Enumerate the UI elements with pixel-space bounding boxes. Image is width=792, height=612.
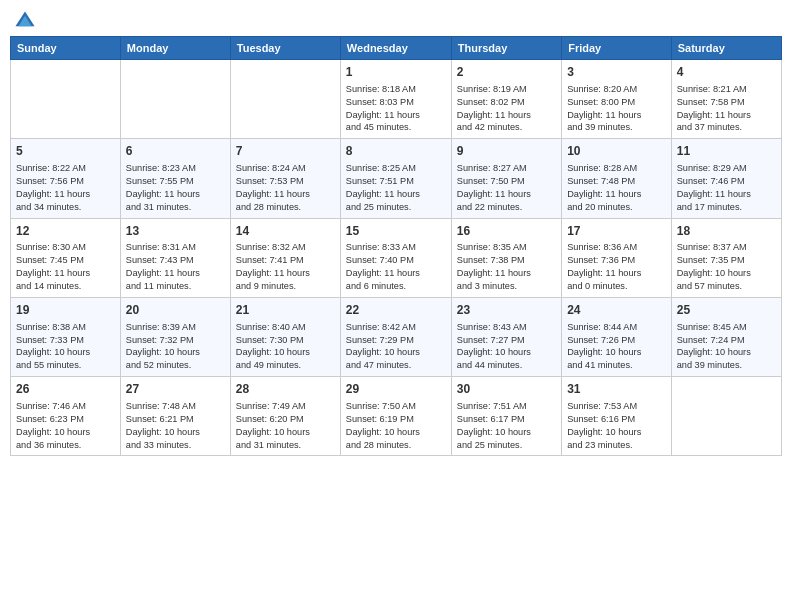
day-number: 16 [457,223,556,240]
calendar-cell: 27Sunrise: 7:48 AM Sunset: 6:21 PM Dayli… [120,377,230,456]
day-number: 15 [346,223,446,240]
calendar-week-4: 19Sunrise: 8:38 AM Sunset: 7:33 PM Dayli… [11,297,782,376]
day-number: 13 [126,223,225,240]
day-info: Sunrise: 8:21 AM Sunset: 7:58 PM Dayligh… [677,83,776,135]
day-info: Sunrise: 8:22 AM Sunset: 7:56 PM Dayligh… [16,162,115,214]
day-number: 1 [346,64,446,81]
day-info: Sunrise: 8:29 AM Sunset: 7:46 PM Dayligh… [677,162,776,214]
column-header-wednesday: Wednesday [340,37,451,60]
day-info: Sunrise: 7:51 AM Sunset: 6:17 PM Dayligh… [457,400,556,452]
column-header-tuesday: Tuesday [230,37,340,60]
column-header-monday: Monday [120,37,230,60]
calendar-cell: 22Sunrise: 8:42 AM Sunset: 7:29 PM Dayli… [340,297,451,376]
calendar-cell: 8Sunrise: 8:25 AM Sunset: 7:51 PM Daylig… [340,139,451,218]
calendar-week-3: 12Sunrise: 8:30 AM Sunset: 7:45 PM Dayli… [11,218,782,297]
calendar-cell: 29Sunrise: 7:50 AM Sunset: 6:19 PM Dayli… [340,377,451,456]
day-number: 19 [16,302,115,319]
day-info: Sunrise: 8:25 AM Sunset: 7:51 PM Dayligh… [346,162,446,214]
day-info: Sunrise: 8:42 AM Sunset: 7:29 PM Dayligh… [346,321,446,373]
day-number: 21 [236,302,335,319]
calendar-cell: 13Sunrise: 8:31 AM Sunset: 7:43 PM Dayli… [120,218,230,297]
calendar-cell [230,60,340,139]
day-number: 17 [567,223,666,240]
day-number: 18 [677,223,776,240]
day-info: Sunrise: 8:35 AM Sunset: 7:38 PM Dayligh… [457,241,556,293]
calendar-cell: 30Sunrise: 7:51 AM Sunset: 6:17 PM Dayli… [451,377,561,456]
calendar-cell: 3Sunrise: 8:20 AM Sunset: 8:00 PM Daylig… [562,60,672,139]
calendar-cell: 25Sunrise: 8:45 AM Sunset: 7:24 PM Dayli… [671,297,781,376]
day-info: Sunrise: 8:33 AM Sunset: 7:40 PM Dayligh… [346,241,446,293]
day-info: Sunrise: 7:48 AM Sunset: 6:21 PM Dayligh… [126,400,225,452]
calendar-cell: 20Sunrise: 8:39 AM Sunset: 7:32 PM Dayli… [120,297,230,376]
day-number: 28 [236,381,335,398]
day-info: Sunrise: 7:49 AM Sunset: 6:20 PM Dayligh… [236,400,335,452]
day-info: Sunrise: 8:18 AM Sunset: 8:03 PM Dayligh… [346,83,446,135]
column-header-sunday: Sunday [11,37,121,60]
day-number: 11 [677,143,776,160]
day-number: 8 [346,143,446,160]
day-number: 3 [567,64,666,81]
calendar-week-2: 5Sunrise: 8:22 AM Sunset: 7:56 PM Daylig… [11,139,782,218]
day-info: Sunrise: 8:37 AM Sunset: 7:35 PM Dayligh… [677,241,776,293]
day-number: 27 [126,381,225,398]
calendar-cell: 16Sunrise: 8:35 AM Sunset: 7:38 PM Dayli… [451,218,561,297]
day-info: Sunrise: 8:30 AM Sunset: 7:45 PM Dayligh… [16,241,115,293]
calendar-cell: 18Sunrise: 8:37 AM Sunset: 7:35 PM Dayli… [671,218,781,297]
day-info: Sunrise: 7:50 AM Sunset: 6:19 PM Dayligh… [346,400,446,452]
logo-icon [14,10,36,32]
column-header-thursday: Thursday [451,37,561,60]
calendar-cell [11,60,121,139]
day-info: Sunrise: 8:43 AM Sunset: 7:27 PM Dayligh… [457,321,556,373]
day-number: 31 [567,381,666,398]
logo [14,10,38,32]
calendar-table: SundayMondayTuesdayWednesdayThursdayFrid… [10,36,782,456]
calendar-cell: 10Sunrise: 8:28 AM Sunset: 7:48 PM Dayli… [562,139,672,218]
calendar-cell: 7Sunrise: 8:24 AM Sunset: 7:53 PM Daylig… [230,139,340,218]
calendar-cell: 1Sunrise: 8:18 AM Sunset: 8:03 PM Daylig… [340,60,451,139]
day-number: 25 [677,302,776,319]
calendar-header-row: SundayMondayTuesdayWednesdayThursdayFrid… [11,37,782,60]
day-info: Sunrise: 8:20 AM Sunset: 8:00 PM Dayligh… [567,83,666,135]
calendar-cell [671,377,781,456]
column-header-friday: Friday [562,37,672,60]
calendar-cell: 4Sunrise: 8:21 AM Sunset: 7:58 PM Daylig… [671,60,781,139]
day-number: 2 [457,64,556,81]
calendar-cell: 12Sunrise: 8:30 AM Sunset: 7:45 PM Dayli… [11,218,121,297]
calendar-cell: 9Sunrise: 8:27 AM Sunset: 7:50 PM Daylig… [451,139,561,218]
day-number: 12 [16,223,115,240]
calendar-cell: 26Sunrise: 7:46 AM Sunset: 6:23 PM Dayli… [11,377,121,456]
day-info: Sunrise: 8:40 AM Sunset: 7:30 PM Dayligh… [236,321,335,373]
day-number: 5 [16,143,115,160]
day-number: 10 [567,143,666,160]
calendar-week-1: 1Sunrise: 8:18 AM Sunset: 8:03 PM Daylig… [11,60,782,139]
day-number: 24 [567,302,666,319]
page-header [10,10,782,32]
day-info: Sunrise: 8:24 AM Sunset: 7:53 PM Dayligh… [236,162,335,214]
calendar-cell: 21Sunrise: 8:40 AM Sunset: 7:30 PM Dayli… [230,297,340,376]
calendar-cell: 31Sunrise: 7:53 AM Sunset: 6:16 PM Dayli… [562,377,672,456]
day-info: Sunrise: 7:46 AM Sunset: 6:23 PM Dayligh… [16,400,115,452]
day-info: Sunrise: 8:32 AM Sunset: 7:41 PM Dayligh… [236,241,335,293]
calendar-cell [120,60,230,139]
day-number: 9 [457,143,556,160]
day-number: 29 [346,381,446,398]
day-number: 30 [457,381,556,398]
day-number: 23 [457,302,556,319]
day-info: Sunrise: 8:36 AM Sunset: 7:36 PM Dayligh… [567,241,666,293]
calendar-cell: 2Sunrise: 8:19 AM Sunset: 8:02 PM Daylig… [451,60,561,139]
day-info: Sunrise: 8:45 AM Sunset: 7:24 PM Dayligh… [677,321,776,373]
calendar-cell: 28Sunrise: 7:49 AM Sunset: 6:20 PM Dayli… [230,377,340,456]
day-info: Sunrise: 8:38 AM Sunset: 7:33 PM Dayligh… [16,321,115,373]
day-number: 14 [236,223,335,240]
calendar-cell: 24Sunrise: 8:44 AM Sunset: 7:26 PM Dayli… [562,297,672,376]
day-number: 6 [126,143,225,160]
calendar-cell: 14Sunrise: 8:32 AM Sunset: 7:41 PM Dayli… [230,218,340,297]
day-number: 7 [236,143,335,160]
day-number: 4 [677,64,776,81]
day-number: 26 [16,381,115,398]
day-info: Sunrise: 8:23 AM Sunset: 7:55 PM Dayligh… [126,162,225,214]
calendar-cell: 6Sunrise: 8:23 AM Sunset: 7:55 PM Daylig… [120,139,230,218]
column-header-saturday: Saturday [671,37,781,60]
calendar-cell: 11Sunrise: 8:29 AM Sunset: 7:46 PM Dayli… [671,139,781,218]
day-info: Sunrise: 8:28 AM Sunset: 7:48 PM Dayligh… [567,162,666,214]
